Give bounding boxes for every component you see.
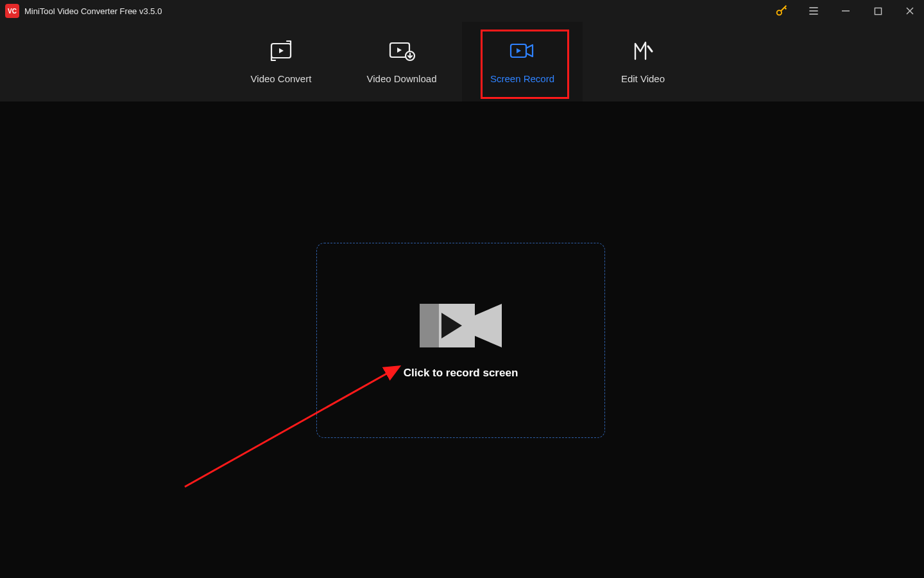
titlebar: VC MiniTool Video Converter Free v3.5.0 (0, 0, 924, 22)
svg-rect-16 (420, 304, 439, 347)
svg-rect-5 (875, 8, 881, 14)
svg-marker-17 (475, 304, 502, 347)
tab-label: Screen Record (490, 73, 554, 84)
svg-marker-14 (517, 48, 521, 53)
record-screen-panel[interactable]: Click to record screen (316, 243, 605, 438)
video-download-icon (388, 40, 416, 62)
app-logo: VC (5, 4, 19, 18)
content-area: Click to record screen (0, 101, 924, 578)
tab-video-convert[interactable]: Video Convert (221, 22, 341, 101)
edit-video-icon (631, 40, 654, 62)
tab-edit-video[interactable]: Edit Video (583, 22, 703, 101)
tab-label: Video Convert (251, 73, 312, 84)
tab-label: Edit Video (621, 73, 665, 84)
menu-icon[interactable] (803, 1, 824, 21)
camera-record-icon (420, 301, 502, 350)
tab-video-download[interactable]: Video Download (341, 22, 462, 101)
close-button[interactable] (900, 1, 920, 21)
svg-marker-9 (279, 48, 284, 53)
upgrade-key-icon[interactable] (771, 1, 792, 21)
app-title: MiniTool Video Converter Free v3.5.0 (24, 6, 162, 16)
tab-label: Video Download (367, 73, 437, 84)
video-convert-icon (268, 40, 295, 62)
main-toolbar: Video Convert Video Download Screen Reco… (0, 22, 924, 101)
tab-screen-record[interactable]: Screen Record (462, 22, 583, 101)
screen-record-icon (509, 40, 536, 62)
record-prompt-label: Click to record screen (404, 367, 518, 380)
maximize-button[interactable] (868, 1, 888, 21)
svg-marker-11 (397, 48, 402, 53)
app-logo-text: VC (8, 8, 17, 15)
window-controls (771, 1, 920, 21)
svg-point-0 (777, 10, 782, 15)
minimize-button[interactable] (835, 1, 856, 21)
